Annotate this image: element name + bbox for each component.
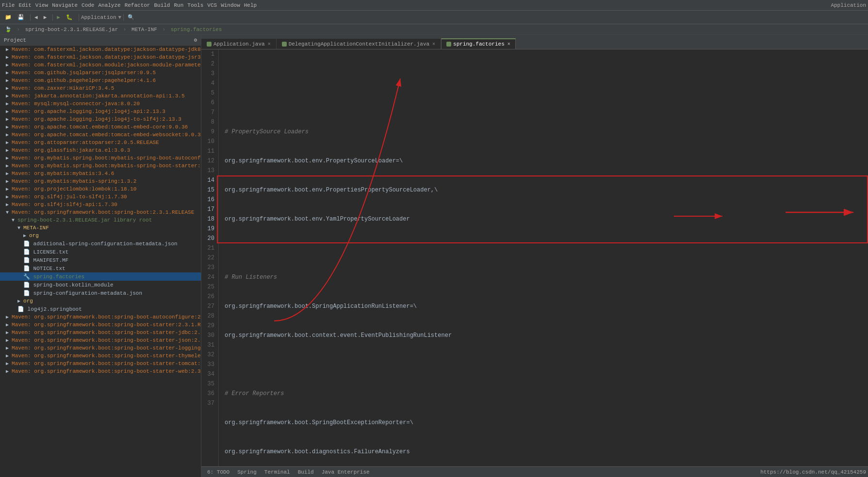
menu-build[interactable]: Build xyxy=(154,2,170,8)
code-text-2: org.springframework.boot.env.PropertySou… xyxy=(225,156,403,166)
tab-icon-spring-factories xyxy=(446,42,451,47)
menu-view[interactable]: View xyxy=(35,2,48,8)
toolbar-open[interactable]: 📁 xyxy=(3,13,14,21)
bottom-tab-todo-label: 6: TODO xyxy=(207,469,229,475)
bottom-tab-java-enterprise[interactable]: Java Enterprise xyxy=(318,467,374,477)
menu-edit[interactable]: Edit xyxy=(18,2,31,8)
tree-icon-6: ▶ xyxy=(6,93,9,99)
tree-item-14[interactable]: ▶Maven: org.mybatis.spring.boot:mybatis-… xyxy=(0,154,201,162)
tree-item-39[interactable]: ▶Maven: org.springframework.boot:spring-… xyxy=(0,352,201,360)
tree-item-15[interactable]: ▶Maven: org.mybatis.spring.boot:mybatis-… xyxy=(0,162,201,170)
code-line-7: org.springframework.boot.SpringApplicati… xyxy=(225,302,862,311)
menu-analyze[interactable]: Analyze xyxy=(98,2,120,8)
bottom-tab-terminal[interactable]: Terminal xyxy=(261,467,294,477)
ln-29: 29 xyxy=(205,321,214,331)
tab-application-java[interactable]: Application.java × xyxy=(201,39,276,49)
tree-item-0[interactable]: ▶Maven: com.fasterxml.jackson.datatype:j… xyxy=(0,46,201,53)
menu-file[interactable]: File xyxy=(2,2,15,8)
tab-delegating[interactable]: DelegatingApplicationContextInitializer.… xyxy=(277,39,441,49)
tree-item-21[interactable]: ▼Maven: org.springframework.boot:spring-… xyxy=(0,208,201,216)
tree-item-19[interactable]: ▶Maven: org.slf4j:jul-to-slf4j:1.7.30 xyxy=(0,193,201,201)
tree-item-23[interactable]: ▼META-INF xyxy=(0,224,201,232)
ln-23: 23 xyxy=(205,263,214,272)
tree-item-12[interactable]: ▶Maven: org.attoparser:attoparser:2.0.5.… xyxy=(0,139,201,146)
tree-label-30: 📄 spring-boot.kotlin_module xyxy=(23,282,114,288)
tree-item-26[interactable]: 📄 LICENSE.txt xyxy=(0,248,201,256)
tree-item-7[interactable]: ▶Maven: mysql:mysql-connector-java:8.0.2… xyxy=(0,100,201,108)
toolbar-sep4 xyxy=(123,14,124,21)
menu-bar: File Edit View Navigate Code Analyze Ref… xyxy=(0,0,868,11)
tree-item-30[interactable]: 📄 spring-boot.kotlin_module xyxy=(0,281,201,289)
tree-item-33[interactable]: 📄 log4j2.springboot xyxy=(0,305,201,313)
tree-item-34[interactable]: ▶Maven: org.springframework.boot:spring-… xyxy=(0,313,201,321)
tree-item-16[interactable]: ▶Maven: org.mybatis:mybatis:3.4.6 xyxy=(0,170,201,177)
tree-item-38[interactable]: ▶Maven: org.springframework.boot:spring-… xyxy=(0,344,201,352)
tree-item-17[interactable]: ▶Maven: org.mybatis:mybatis-spring:1.3.2 xyxy=(0,177,201,185)
tree-label-12: Maven: org.attoparser:attoparser:2.0.5.R… xyxy=(12,140,159,145)
breadcrumb-meta[interactable]: META-INF xyxy=(131,27,157,32)
breadcrumb-jar[interactable]: spring-boot-2.3.1.RELEASE.jar xyxy=(25,27,118,32)
tree-item-25[interactable]: 📄 additional-spring-configuration-metada… xyxy=(0,239,201,248)
tree-item-24[interactable]: ▶org xyxy=(0,232,201,239)
tree-item-10[interactable]: ▶Maven: org.apache.tomcat.embed:tomcat-e… xyxy=(0,123,201,131)
menu-navigate[interactable]: Navigate xyxy=(52,2,78,8)
tree-item-41[interactable]: ▶Maven: org.springframework.boot:spring-… xyxy=(0,367,201,375)
code-line-5 xyxy=(225,243,862,253)
tree-item-31[interactable]: 📄 spring-configuration-metadata.json xyxy=(0,289,201,297)
bottom-tab-build[interactable]: Build xyxy=(294,467,318,477)
tree-item-36[interactable]: ▶Maven: org.springframework.boot:spring-… xyxy=(0,329,201,336)
bottom-tab-todo[interactable]: 6: TODO xyxy=(203,467,233,477)
bottom-tab-spring[interactable]: Spring xyxy=(233,467,261,477)
tree-item-4[interactable]: ▶Maven: com.github.pagehelper:pagehelper… xyxy=(0,77,201,84)
tree-item-37[interactable]: ▶Maven: org.springframework.boot:spring-… xyxy=(0,336,201,344)
tree-item-32[interactable]: ▶org xyxy=(0,297,201,305)
menu-tools[interactable]: Tools xyxy=(187,2,203,8)
tree-item-27[interactable]: 📄 MANIFEST.MF xyxy=(0,256,201,264)
tree-item-2[interactable]: ▶Maven: com.fasterxml.jackson.module:jac… xyxy=(0,61,201,69)
tree-item-28[interactable]: 📄 NOTICE.txt xyxy=(0,264,201,272)
ln-35: 35 xyxy=(205,379,214,389)
ln-12: 12 xyxy=(205,156,214,166)
toolbar-debug[interactable]: 🐛 xyxy=(64,13,75,21)
code-content[interactable]: # PropertySource Loaders org.springframe… xyxy=(219,49,868,466)
menu-window[interactable]: Window xyxy=(221,2,240,8)
toolbar-back[interactable]: ◀ xyxy=(33,13,40,21)
menu-refactor[interactable]: Refactor xyxy=(125,2,150,8)
tree-item-9[interactable]: ▶Maven: org.apache.logging.log4j:log4j-t… xyxy=(0,115,201,123)
bottom-bar: 6: TODO Spring Terminal Build Java Enter… xyxy=(201,466,868,477)
tree-item-11[interactable]: ▶Maven: org.apache.tomcat.embed:tomcat-e… xyxy=(0,131,201,139)
tree-item-8[interactable]: ▶Maven: org.apache.logging.log4j:log4j-a… xyxy=(0,108,201,115)
editor[interactable]: 1 2 3 4 5 6 7 8 9 10 11 12 13 14 15 16 1 xyxy=(201,49,868,466)
tree-item-22[interactable]: ▼spring-boot-2.3.1.RELEASE.jar library r… xyxy=(0,216,201,224)
menu-run[interactable]: Run xyxy=(174,2,183,8)
tree-item-40[interactable]: ▶Maven: org.springframework.boot:spring-… xyxy=(0,360,201,367)
tree-item-18[interactable]: ▶Maven: org.projectlombok:lombok:1.18.10 xyxy=(0,185,201,193)
breadcrumb-file[interactable]: spring.factories xyxy=(171,27,222,32)
tab-close-application[interactable]: × xyxy=(268,42,271,47)
toolbar-search[interactable]: 🔍 xyxy=(126,13,136,21)
tree-item-5[interactable]: ▶Maven: com.zaxxer:HikariCP:3.4.5 xyxy=(0,84,201,92)
tree-item-13[interactable]: ▶Maven: org.glassfish:jakarta.el:3.0.3 xyxy=(0,146,201,154)
tab-close-delegating[interactable]: × xyxy=(432,42,435,47)
menu-code[interactable]: Code xyxy=(82,2,94,8)
tree-item-35[interactable]: ▶Maven: org.springframework.boot:spring-… xyxy=(0,321,201,329)
toolbar-forward[interactable]: ▶ xyxy=(42,13,49,21)
tree-icon-9: ▶ xyxy=(6,116,9,122)
tree-item-3[interactable]: ▶Maven: com.github.jsqlparser:jsqlparser… xyxy=(0,69,201,77)
sidebar-settings[interactable]: ⚙ xyxy=(194,37,197,43)
tree-icon-4: ▶ xyxy=(6,78,9,83)
tab-spring-factories[interactable]: spring.factories × xyxy=(441,38,516,49)
tree-item-6[interactable]: ▶Maven: jakarta.annotation:jakarta.annot… xyxy=(0,92,201,100)
tab-close-spring-factories[interactable]: × xyxy=(508,42,510,47)
run-config-dropdown[interactable]: ▼ xyxy=(118,15,122,20)
menu-vcs[interactable]: VCS xyxy=(207,2,217,8)
toolbar-run[interactable]: ▶ xyxy=(55,13,62,21)
menu-help[interactable]: Help xyxy=(244,2,257,8)
tree-item-1[interactable]: ▶Maven: com.fasterxml.jackson.datatype:j… xyxy=(0,53,201,61)
tree-item-spring-factories[interactable]: 🔧 spring.factories xyxy=(0,272,201,281)
toolbar-save[interactable]: 💾 xyxy=(16,13,26,21)
ln-33: 33 xyxy=(205,360,214,369)
ln-32: 32 xyxy=(205,350,214,360)
breadcrumb-root[interactable]: 🍃 xyxy=(5,26,12,32)
tree-item-20[interactable]: ▶Maven: org.slf4j:slf4j-api:1.7.30 xyxy=(0,201,201,208)
